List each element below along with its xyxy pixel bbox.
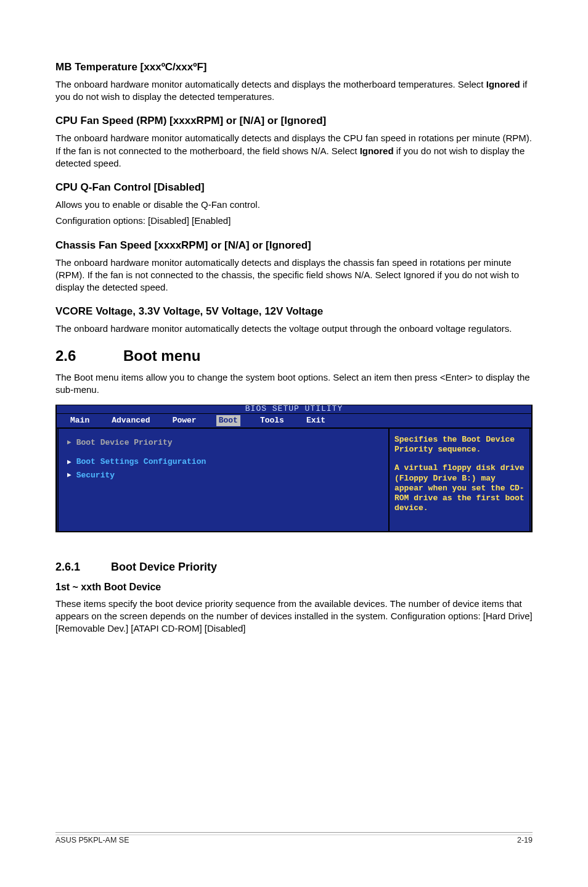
triangle-icon: ▶ xyxy=(67,458,71,467)
paragraph: Allows you to enable or disable the Q-Fa… xyxy=(55,199,533,211)
heading-mb-temp: MB Temperature [xxxºC/xxxºF] xyxy=(55,60,533,75)
bios-item-boot-settings[interactable]: ▶ Boot Settings Configuration xyxy=(67,456,380,468)
heading-boot-device-n: 1st ~ xxth Boot Device xyxy=(55,580,533,594)
paragraph: The onboard hardware monitor automatical… xyxy=(55,132,533,170)
page-footer: ASUS P5KPL-AM SE 2-19 xyxy=(55,832,533,846)
paragraph: These items specify the boot device prio… xyxy=(55,598,533,635)
bold-ignored: Ignored xyxy=(360,146,394,156)
heading-qfan: CPU Q-Fan Control [Disabled] xyxy=(55,181,533,195)
bios-body: ▶ Boot Device Priority ▶ Boot Settings C… xyxy=(57,427,531,531)
triangle-icon: ▶ xyxy=(67,438,71,447)
bios-screenshot: BIOS SETUP UTILITY Main Advanced Power B… xyxy=(55,405,533,532)
paragraph: Configuration options: [Disabled] [Enabl… xyxy=(55,215,533,227)
section-number: 2.6 xyxy=(55,346,123,366)
bios-item-boot-device-priority[interactable]: ▶ Boot Device Priority xyxy=(67,437,380,448)
bios-tab-main[interactable]: Main xyxy=(68,415,92,426)
bios-menu-bar: Main Advanced Power Boot Tools Exit xyxy=(57,414,531,427)
paragraph: The Boot menu items allow you to change … xyxy=(55,371,533,397)
heading-boot-menu: 2.6Boot menu xyxy=(55,346,533,366)
paragraph: The onboard hardware monitor automatical… xyxy=(55,323,533,335)
bios-help-text-2: A virtual floppy disk drive (Floppy Driv… xyxy=(394,463,525,513)
subsection-number: 2.6.1 xyxy=(55,559,111,574)
bios-help-panel: Specifies the Boot Device Priority seque… xyxy=(390,429,531,531)
bios-item-label: Boot Settings Configuration xyxy=(76,456,206,468)
paragraph: The onboard hardware monitor automatical… xyxy=(55,257,533,294)
paragraph: The onboard hardware monitor automatical… xyxy=(55,78,533,104)
heading-chassis-fan: Chassis Fan Speed [xxxxRPM] or [N/A] or … xyxy=(55,239,533,253)
bios-left-panel: ▶ Boot Device Priority ▶ Boot Settings C… xyxy=(57,429,390,531)
footer-page-number: 2-19 xyxy=(517,835,533,846)
bold-ignored: Ignored xyxy=(486,79,520,89)
footer-product: ASUS P5KPL-AM SE xyxy=(55,835,129,846)
bios-tab-power[interactable]: Power xyxy=(170,415,199,426)
section-title: Boot menu xyxy=(123,347,200,364)
bios-item-label: Security xyxy=(76,470,115,481)
heading-cpu-fan: CPU Fan Speed (RPM) [xxxxRPM] or [N/A] o… xyxy=(55,114,533,128)
bios-torn-edge xyxy=(55,532,533,543)
bios-tab-exit[interactable]: Exit xyxy=(304,415,328,426)
text: The onboard hardware monitor automatical… xyxy=(55,79,486,89)
bios-title: BIOS SETUP UTILITY xyxy=(57,405,531,414)
bios-item-label: Boot Device Priority xyxy=(76,437,173,448)
bios-help-text-1: Specifies the Boot Device Priority seque… xyxy=(394,435,525,455)
bios-tab-advanced[interactable]: Advanced xyxy=(109,415,152,426)
triangle-icon: ▶ xyxy=(67,471,71,480)
bios-item-security[interactable]: ▶ Security xyxy=(67,470,380,481)
heading-vcore: VCORE Voltage, 3.3V Voltage, 5V Voltage,… xyxy=(55,305,533,319)
subsection-title: Boot Device Priority xyxy=(111,561,217,573)
bios-tab-boot[interactable]: Boot xyxy=(216,415,240,426)
bios-tab-tools[interactable]: Tools xyxy=(258,415,287,426)
heading-boot-priority: 2.6.1Boot Device Priority xyxy=(55,559,533,574)
